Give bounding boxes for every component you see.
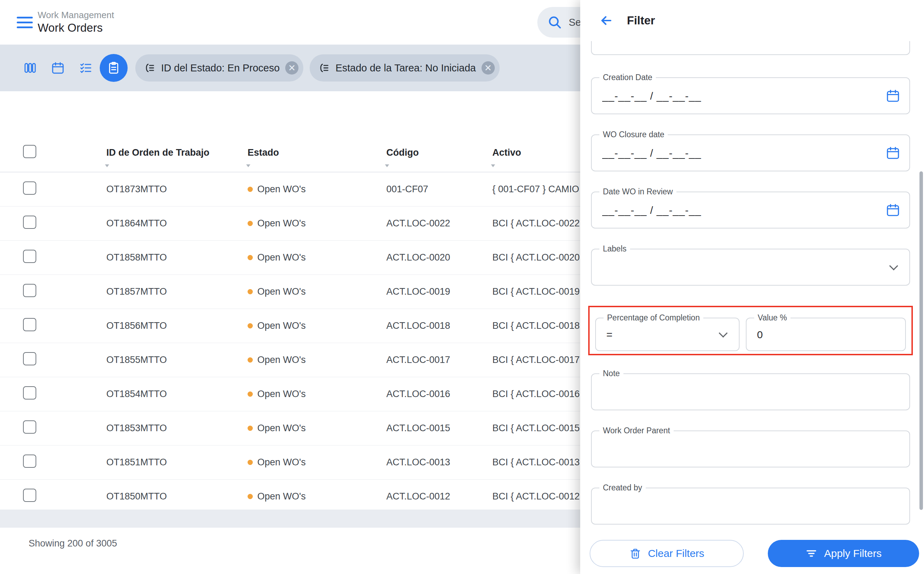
- work-orders-table: ID de Orden de Trabajo Estado Código Act…: [0, 91, 580, 574]
- note-field[interactable]: Note: [591, 374, 910, 410]
- date-wo-in-review-field[interactable]: Date WO in Review: [591, 192, 910, 229]
- work-order-parent-field[interactable]: Work Order Parent: [591, 430, 910, 467]
- calendar-icon[interactable]: [886, 146, 900, 160]
- trash-icon: [629, 547, 642, 560]
- filter-panel: Filter Creation Date WO Closure date: [580, 0, 924, 574]
- cell-status: Open WO's: [248, 389, 386, 399]
- table-row[interactable]: OT1853MTTO Open WO's ACT.LOC-0015 BCI { …: [0, 412, 580, 445]
- cell-codigo: ACT.LOC-0016: [386, 389, 492, 399]
- wo-closure-date-input[interactable]: [601, 135, 825, 171]
- cell-work-order-id: OT1855MTTO: [106, 355, 248, 365]
- chevron-down-icon[interactable]: [718, 329, 727, 337]
- cell-activo: BCI { ACT.LOC-0017: [492, 355, 580, 365]
- status-text: Open WO's: [257, 218, 306, 229]
- worklist-view-button[interactable]: [100, 54, 128, 82]
- calendar-view-button[interactable]: [44, 54, 72, 82]
- row-checkbox[interactable]: [23, 181, 36, 195]
- cell-codigo: ACT.LOC-0015: [386, 423, 492, 434]
- table-header-row: ID de Orden de Trabajo Estado Código Act…: [0, 133, 580, 172]
- row-checkbox[interactable]: [23, 284, 36, 297]
- chip-remove-icon[interactable]: ✕: [285, 61, 299, 74]
- column-header-activo[interactable]: Activo: [492, 147, 580, 158]
- table-row[interactable]: OT1850MTTO Open WO's ACT.LOC-0012 BCI { …: [0, 479, 580, 514]
- status-dot: [248, 460, 253, 465]
- column-header-estado[interactable]: Estado: [248, 147, 386, 158]
- note-input[interactable]: [601, 374, 825, 410]
- status-dot: [248, 187, 253, 192]
- cell-work-order-id: OT1857MTTO: [106, 286, 248, 297]
- panel-scrollbar[interactable]: [919, 171, 923, 510]
- cell-work-order-id: OT1850MTTO: [106, 491, 248, 502]
- cell-status: Open WO's: [248, 423, 386, 434]
- chevron-down-icon[interactable]: [889, 262, 898, 270]
- back-button[interactable]: [599, 13, 614, 28]
- table-row[interactable]: OT1854MTTO Open WO's ACT.LOC-0016 BCI { …: [0, 377, 580, 412]
- sort-icon[interactable]: [246, 164, 250, 167]
- work-order-parent-input[interactable]: [601, 431, 825, 467]
- status-text: Open WO's: [257, 355, 306, 365]
- apply-filters-button[interactable]: Apply Filters: [768, 540, 919, 567]
- wo-closure-date-field[interactable]: WO Closure date: [591, 134, 910, 171]
- row-checkbox[interactable]: [23, 420, 36, 434]
- page-title: Work Orders: [38, 21, 114, 35]
- status-text: Open WO's: [257, 491, 306, 502]
- cell-work-order-id: OT1856MTTO: [106, 320, 248, 331]
- creation-date-input[interactable]: [601, 78, 825, 114]
- horizontal-scrollbar[interactable]: [0, 509, 580, 528]
- status-dot: [248, 426, 253, 431]
- table-row[interactable]: OT1857MTTO Open WO's ACT.LOC-0019 BCI { …: [0, 275, 580, 309]
- sort-icon[interactable]: [105, 164, 109, 167]
- row-checkbox[interactable]: [23, 352, 36, 365]
- row-checkbox[interactable]: [23, 454, 36, 468]
- hamburger-menu-icon[interactable]: [17, 17, 33, 28]
- calendar-icon[interactable]: [886, 88, 900, 103]
- chip-label: Estado de la Tarea: No Iniciada: [335, 62, 476, 74]
- chip-filter-icon: [144, 62, 155, 74]
- percentage-of-completion-select[interactable]: Percentage of Completion: [595, 318, 740, 351]
- columns-view-button[interactable]: [16, 54, 44, 82]
- percentage-operator-input[interactable]: [606, 319, 707, 351]
- row-checkbox[interactable]: [23, 250, 36, 263]
- table-row[interactable]: OT1851MTTO Open WO's ACT.LOC-0013 BCI { …: [0, 445, 580, 479]
- filter-panel-footer: Clear Filters Apply Filters: [580, 533, 924, 574]
- chip-remove-icon[interactable]: ✕: [481, 61, 495, 74]
- creation-date-field[interactable]: Creation Date: [591, 77, 910, 114]
- calendar-icon[interactable]: [886, 203, 900, 218]
- cell-status: Open WO's: [248, 218, 386, 229]
- column-header-id[interactable]: ID de Orden de Trabajo: [106, 147, 248, 158]
- sort-icon[interactable]: [491, 164, 495, 167]
- row-checkbox[interactable]: [23, 489, 36, 502]
- row-checkbox[interactable]: [23, 318, 36, 331]
- row-checkbox[interactable]: [23, 216, 36, 229]
- filter-chip-estado[interactable]: ID del Estado: En Proceso ✕: [135, 54, 303, 82]
- checklist-icon: [79, 61, 93, 75]
- value-percent-field[interactable]: Value %: [746, 318, 906, 351]
- checklist-view-button[interactable]: [72, 54, 100, 82]
- value-percent-input[interactable]: [756, 319, 869, 351]
- status-text: Open WO's: [257, 423, 306, 434]
- table-row[interactable]: OT1864MTTO Open WO's ACT.LOC-0022 BCI { …: [0, 207, 580, 241]
- chip-label: ID del Estado: En Proceso: [161, 62, 280, 74]
- table-row[interactable]: OT1855MTTO Open WO's ACT.LOC-0017 BCI { …: [0, 343, 580, 377]
- clear-filters-button[interactable]: Clear Filters: [590, 540, 744, 567]
- column-header-codigo[interactable]: Código: [386, 147, 492, 158]
- table-row[interactable]: OT1856MTTO Open WO's ACT.LOC-0018 BCI { …: [0, 309, 580, 343]
- labels-select[interactable]: Labels: [591, 249, 910, 285]
- apply-filters-label: Apply Filters: [824, 547, 881, 559]
- table-row[interactable]: OT1873MTTO Open WO's 001-CF07 { 001-CF07…: [0, 172, 580, 207]
- partial-field-above: [591, 41, 910, 55]
- table-row[interactable]: OT1858MTTO Open WO's ACT.LOC-0020 BCI { …: [0, 241, 580, 275]
- row-checkbox[interactable]: [23, 386, 36, 399]
- created-by-field[interactable]: Created by: [591, 487, 910, 525]
- cell-work-order-id: OT1858MTTO: [106, 252, 248, 263]
- cell-work-order-id: OT1851MTTO: [106, 457, 248, 468]
- cell-work-order-id: OT1854MTTO: [106, 389, 248, 399]
- sort-icon[interactable]: [385, 164, 389, 167]
- date-wo-in-review-input[interactable]: [601, 192, 825, 229]
- columns-icon: [23, 61, 37, 75]
- filter-chip-tarea[interactable]: Estado de la Tarea: No Iniciada ✕: [310, 54, 500, 82]
- chip-filter-icon: [318, 62, 330, 74]
- cell-work-order-id: OT1873MTTO: [106, 184, 248, 195]
- created-by-input[interactable]: [601, 488, 825, 525]
- select-all-checkbox[interactable]: [23, 145, 36, 158]
